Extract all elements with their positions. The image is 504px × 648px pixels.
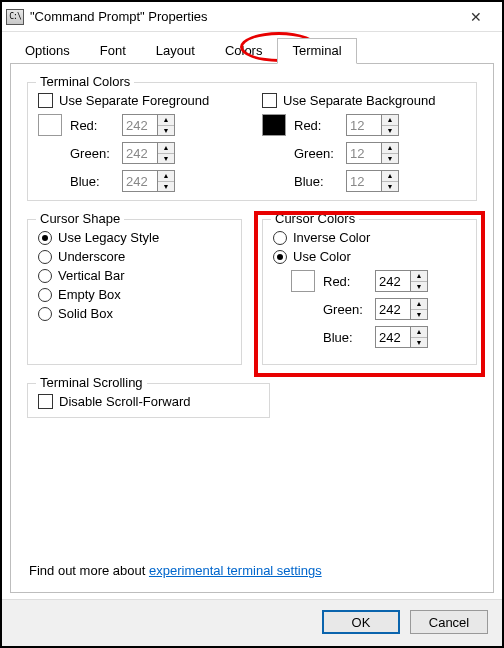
col-foreground: Use Separate Foreground Red: ▲▼	[38, 93, 242, 192]
tab-terminal[interactable]: Terminal	[277, 38, 356, 64]
chevron-down-icon[interactable]: ▼	[411, 310, 427, 320]
fg-blue-spinner[interactable]: ▲▼	[122, 170, 175, 192]
chevron-up-icon[interactable]: ▲	[411, 271, 427, 282]
fg-blue-label: Blue:	[70, 174, 122, 189]
radio-inverse-color[interactable]: Inverse Color	[273, 230, 466, 245]
fg-green-input[interactable]	[122, 142, 158, 164]
spinner-buttons[interactable]: ▲▼	[411, 298, 428, 320]
info-link-row: Find out more about experimental termina…	[27, 557, 477, 582]
bg-green-label: Green:	[294, 146, 346, 161]
group-cursor-colors: Cursor Colors Inverse Color Use Color Re…	[262, 219, 477, 365]
fg-red-label: Red:	[70, 118, 122, 133]
link-prefix: Find out more about	[29, 563, 149, 578]
radio-icon	[38, 307, 52, 321]
bg-green-input[interactable]	[346, 142, 382, 164]
radio-icon	[38, 288, 52, 302]
chevron-down-icon[interactable]: ▼	[158, 126, 174, 136]
cb-separate-background[interactable]: Use Separate Background	[262, 93, 466, 108]
radio-empty-box[interactable]: Empty Box	[38, 287, 231, 302]
legend-scrolling: Terminal Scrolling	[36, 375, 147, 390]
chevron-up-icon[interactable]: ▲	[158, 171, 174, 182]
chevron-down-icon[interactable]: ▼	[382, 182, 398, 192]
radio-empty-label: Empty Box	[58, 287, 121, 302]
fg-blue-input[interactable]	[122, 170, 158, 192]
experimental-link[interactable]: experimental terminal settings	[149, 563, 322, 578]
chevron-down-icon[interactable]: ▼	[158, 154, 174, 164]
button-bar: OK Cancel	[2, 599, 502, 646]
tab-strip: Options Font Layout Colors Terminal	[10, 38, 494, 64]
cursor-red-input[interactable]	[375, 270, 411, 292]
fg-green-spinner[interactable]: ▲▼	[122, 142, 175, 164]
spinner-buttons[interactable]: ▲▼	[158, 114, 175, 136]
spinner-buttons[interactable]: ▲▼	[158, 170, 175, 192]
window-title: "Command Prompt" Properties	[30, 9, 456, 24]
chevron-up-icon[interactable]: ▲	[382, 171, 398, 182]
chevron-up-icon[interactable]: ▲	[411, 327, 427, 338]
bg-red-input[interactable]	[346, 114, 382, 136]
cursor-blue-spinner[interactable]: ▲▼	[375, 326, 428, 348]
bg-blue-spinner[interactable]: ▲▼	[346, 170, 399, 192]
cursor-green-input[interactable]	[375, 298, 411, 320]
fg-red-input[interactable]	[122, 114, 158, 136]
radio-underscore[interactable]: Underscore	[38, 249, 231, 264]
cursor-blue-input[interactable]	[375, 326, 411, 348]
legend-terminal-colors: Terminal Colors	[36, 74, 134, 89]
tab-layout[interactable]: Layout	[141, 38, 210, 64]
ok-button[interactable]: OK	[322, 610, 400, 634]
radio-icon	[38, 231, 52, 245]
spinner-buttons[interactable]: ▲▼	[411, 326, 428, 348]
bg-green-spinner[interactable]: ▲▼	[346, 142, 399, 164]
chevron-up-icon[interactable]: ▲	[158, 143, 174, 154]
tab-colors[interactable]: Colors	[210, 38, 278, 64]
radio-icon	[273, 250, 287, 264]
close-button[interactable]: ✕	[456, 4, 496, 30]
bg-blue-label: Blue:	[294, 174, 346, 189]
chevron-up-icon[interactable]: ▲	[382, 143, 398, 154]
chevron-down-icon[interactable]: ▼	[382, 154, 398, 164]
radio-vertical-bar[interactable]: Vertical Bar	[38, 268, 231, 283]
fg-green-label: Green:	[70, 146, 122, 161]
spinner-buttons[interactable]: ▲▼	[382, 170, 399, 192]
radio-solid-label: Solid Box	[58, 306, 113, 321]
spinner-buttons[interactable]: ▲▼	[382, 114, 399, 136]
chevron-up-icon[interactable]: ▲	[382, 115, 398, 126]
bg-red-label: Red:	[294, 118, 346, 133]
tab-panel-terminal: Terminal Colors Use Separate Foreground …	[10, 63, 494, 593]
radio-legacy-label: Use Legacy Style	[58, 230, 159, 245]
cb-disable-scroll-forward[interactable]: Disable Scroll-Forward	[38, 394, 259, 409]
spinner-buttons[interactable]: ▲▼	[158, 142, 175, 164]
cursor-green-label: Green:	[323, 302, 375, 317]
title-bar: C:\ "Command Prompt" Properties ✕	[2, 2, 502, 32]
cursor-green-spinner[interactable]: ▲▼	[375, 298, 428, 320]
radio-legacy[interactable]: Use Legacy Style	[38, 230, 231, 245]
spinner-buttons[interactable]: ▲▼	[382, 142, 399, 164]
tab-options[interactable]: Options	[10, 38, 85, 64]
cursor-color-swatch[interactable]	[291, 270, 315, 292]
col-background: Use Separate Background Red: ▲▼	[262, 93, 466, 192]
cancel-button[interactable]: Cancel	[410, 610, 488, 634]
fg-swatch[interactable]	[38, 114, 62, 136]
legend-cursor-shape: Cursor Shape	[36, 211, 124, 226]
radio-use-color[interactable]: Use Color	[273, 249, 466, 264]
checkbox-icon	[262, 93, 277, 108]
radio-solid-box[interactable]: Solid Box	[38, 306, 231, 321]
chevron-up-icon[interactable]: ▲	[158, 115, 174, 126]
tab-font[interactable]: Font	[85, 38, 141, 64]
chevron-down-icon[interactable]: ▼	[158, 182, 174, 192]
cb-separate-foreground[interactable]: Use Separate Foreground	[38, 93, 242, 108]
chevron-down-icon[interactable]: ▼	[411, 338, 427, 348]
bg-swatch[interactable]	[262, 114, 286, 136]
cursor-red-spinner[interactable]: ▲▼	[375, 270, 428, 292]
bg-red-spinner[interactable]: ▲▼	[346, 114, 399, 136]
fg-red-spinner[interactable]: ▲▼	[122, 114, 175, 136]
chevron-up-icon[interactable]: ▲	[411, 299, 427, 310]
chevron-down-icon[interactable]: ▼	[411, 282, 427, 292]
radio-icon	[273, 231, 287, 245]
checkbox-icon	[38, 93, 53, 108]
bg-blue-input[interactable]	[346, 170, 382, 192]
chevron-down-icon[interactable]: ▼	[382, 126, 398, 136]
cb-separate-background-label: Use Separate Background	[283, 93, 435, 108]
radio-use-color-label: Use Color	[293, 249, 351, 264]
radio-vbar-label: Vertical Bar	[58, 268, 124, 283]
spinner-buttons[interactable]: ▲▼	[411, 270, 428, 292]
